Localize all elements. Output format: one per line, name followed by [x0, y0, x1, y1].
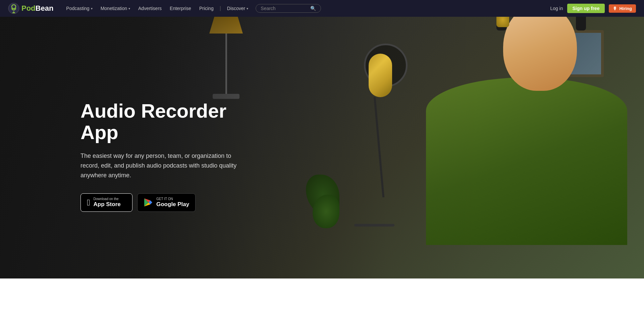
- signup-button[interactable]: Sign up free: [567, 4, 605, 13]
- google-play-small-text: GET IT ON: [156, 197, 173, 201]
- app-store-small-text: Download on the: [94, 197, 119, 201]
- logo-link[interactable]: PodBean: [8, 3, 53, 14]
- nav-podcasting[interactable]: Podcasting ▾: [63, 4, 96, 13]
- hero-subtitle: The easiest way for any person, team, or…: [80, 151, 241, 180]
- app-store-big-text: App Store: [94, 201, 121, 208]
- wave-divider: [0, 262, 644, 312]
- hero-title: Audio Recorder App: [80, 100, 255, 143]
- google-play-icon: [144, 198, 153, 207]
- hiring-button[interactable]: 🎙 Hiring: [609, 4, 636, 13]
- nav-enterprise[interactable]: Enterprise: [166, 4, 195, 13]
- nav-pricing[interactable]: Pricing: [196, 4, 217, 13]
- navbar-nav: Podcasting ▾ Monetization ▾ Advertisers …: [63, 4, 550, 13]
- google-play-big-text: Google Play: [156, 201, 189, 208]
- login-button[interactable]: Log in: [550, 6, 563, 11]
- nav-separator: |: [220, 5, 221, 11]
- google-play-button[interactable]: GET IT ON Google Play: [137, 193, 196, 211]
- nav-discover[interactable]: Discover ▾: [224, 4, 252, 13]
- nav-monetization[interactable]: Monetization ▾: [97, 4, 133, 13]
- nav-advertisers[interactable]: Advertisers: [135, 4, 165, 13]
- hero-section: Audio Recorder App The easiest way for a…: [0, 17, 644, 312]
- chevron-down-icon: ▾: [247, 7, 248, 10]
- chevron-down-icon: ▾: [128, 7, 130, 10]
- hero-cta-buttons:  Download on the App Store GET IT ON Go…: [80, 193, 644, 211]
- navbar-right: Log in Sign up free 🎙 Hiring: [550, 4, 636, 13]
- microphone-icon: 🎙: [613, 6, 617, 11]
- podbean-logo-icon: [8, 3, 19, 14]
- chevron-down-icon: ▾: [91, 7, 93, 10]
- navbar: PodBean Podcasting ▾ Monetization ▾ Adve…: [0, 0, 644, 17]
- search-input[interactable]: [261, 6, 308, 11]
- search-box[interactable]: 🔍: [256, 4, 321, 13]
- search-icon: 🔍: [310, 6, 316, 11]
- app-store-button[interactable]:  Download on the App Store: [80, 193, 132, 211]
- apple-icon: : [87, 198, 90, 207]
- logo-text: PodBean: [21, 4, 53, 13]
